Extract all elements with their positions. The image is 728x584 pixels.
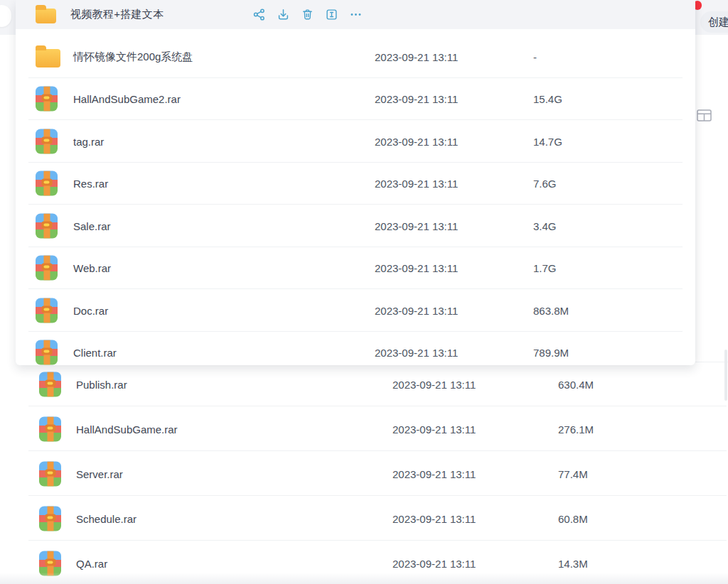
file-row[interactable]: Doc.rar2023-09-21 13:11863.8M <box>16 289 695 332</box>
rar-buckle-slot <box>44 97 50 99</box>
file-row[interactable]: HallAndSubGame.rar2023-09-21 13:11276.1M <box>0 406 728 451</box>
rar-buckle <box>45 379 55 386</box>
rename-icon[interactable] <box>325 8 338 21</box>
download-icon[interactable] <box>277 8 290 21</box>
file-size: 630.4M <box>558 378 594 390</box>
rar-buckle <box>45 558 55 566</box>
file-date: 2023-09-21 13:11 <box>375 220 458 232</box>
rar-buckle <box>41 348 52 355</box>
file-name: Server.rar <box>76 467 123 480</box>
create-button[interactable]: 创建 <box>700 11 728 33</box>
file-date: 2023-09-21 13:11 <box>392 557 476 569</box>
selected-folder-panel: 视频教程+搭建文本 <box>16 0 695 365</box>
folder-icon <box>36 46 60 67</box>
file-date: 2023-09-21 13:11 <box>375 347 458 359</box>
rar-icon-shape <box>36 256 58 281</box>
rar-archive-icon <box>36 256 58 281</box>
file-row[interactable]: Publish.rar2023-09-21 13:11630.4M <box>0 362 728 406</box>
rar-buckle-slot <box>44 181 50 184</box>
share-icon[interactable] <box>252 8 266 21</box>
file-row[interactable]: Client.rar2023-09-21 13:11789.9M <box>16 332 695 366</box>
rar-archive-icon <box>36 213 58 238</box>
file-row[interactable]: HallAndSubGame2.rar2023-09-21 13:1115.4G <box>16 78 695 121</box>
file-row[interactable]: Sale.rar2023-09-21 13:113.4G <box>16 205 695 247</box>
file-name: HallAndSubGame2.rar <box>73 93 181 105</box>
file-date: 2023-09-21 13:11 <box>375 262 458 274</box>
file-row[interactable]: Server.rar2023-09-21 13:1177.4M <box>0 451 728 496</box>
grid-view-icon[interactable] <box>697 109 714 124</box>
file-date: 2023-09-21 13:11 <box>375 304 458 316</box>
folder-icon <box>36 9 56 23</box>
rar-icon-shape <box>36 298 58 323</box>
panel-header: 视频教程+搭建文本 <box>16 0 695 29</box>
rar-archive-icon <box>36 129 58 153</box>
rar-archive-icon <box>39 506 61 531</box>
rar-buckle <box>45 424 55 431</box>
file-size: 789.9M <box>533 347 569 359</box>
file-row[interactable]: Schedule.rar2023-09-21 13:1160.8M <box>0 496 728 541</box>
panel-title: 视频教程+搭建文本 <box>70 8 164 21</box>
folder-icon-shape <box>36 49 60 67</box>
file-size: 1.7G <box>533 262 557 274</box>
rar-buckle <box>41 221 52 228</box>
file-name: Client.rar <box>73 347 117 359</box>
rar-icon-shape <box>36 340 58 365</box>
rar-buckle <box>41 179 52 186</box>
bottom-edge-fade <box>0 573 728 584</box>
file-size: 60.8M <box>558 512 588 524</box>
file-row[interactable]: Res.rar2023-09-21 13:117.6G <box>16 163 695 205</box>
delete-icon[interactable] <box>301 8 314 21</box>
rar-archive-icon <box>39 461 61 486</box>
rar-buckle-slot <box>48 561 53 563</box>
rar-buckle <box>41 136 52 144</box>
file-manager-screen: 创建 Publish.rar2023-09-21 13:11630.4MHall… <box>0 0 728 584</box>
rar-buckle <box>41 264 52 271</box>
rar-buckle-slot <box>48 382 53 384</box>
file-name: QA.rar <box>76 557 107 569</box>
file-date: 2023-09-21 13:11 <box>392 378 476 390</box>
rar-archive-icon <box>36 298 58 323</box>
rar-icon-shape <box>39 416 61 441</box>
rar-archive-icon <box>39 551 61 575</box>
rar-archive-icon <box>39 416 61 441</box>
scrollbar-thumb[interactable] <box>724 350 727 401</box>
file-size: 14.3M <box>558 557 588 569</box>
panel-file-list: 情怀镜像文件200g系统盘2023-09-21 13:11-HallAndSub… <box>16 36 695 365</box>
file-date: 2023-09-21 13:11 <box>375 178 458 190</box>
rar-buckle-slot <box>44 266 50 269</box>
file-size: 3.4G <box>533 220 557 232</box>
rar-buckle-slot <box>48 426 53 429</box>
rar-buckle-slot <box>48 471 53 474</box>
more-icon[interactable] <box>349 8 363 21</box>
file-row[interactable]: Web.rar2023-09-21 13:111.7G <box>16 247 695 290</box>
file-date: 2023-09-21 13:11 <box>392 423 476 435</box>
rar-buckle <box>41 94 52 102</box>
rar-buckle-slot <box>44 223 50 226</box>
file-size: - <box>533 50 537 63</box>
rar-icon-shape <box>36 129 58 153</box>
rar-icon-shape <box>39 372 61 396</box>
file-size: 7.6G <box>533 178 557 190</box>
file-name: tag.rar <box>73 135 104 147</box>
rar-icon-shape <box>36 87 58 112</box>
file-name: 情怀镜像文件200g系统盘 <box>73 50 193 63</box>
file-name: Schedule.rar <box>76 512 136 524</box>
file-row[interactable]: 情怀镜像文件200g系统盘2023-09-21 13:11- <box>16 36 695 78</box>
rar-archive-icon <box>36 171 58 196</box>
rar-icon-shape <box>39 461 61 486</box>
file-name: Doc.rar <box>73 304 108 316</box>
rar-buckle-slot <box>44 308 50 310</box>
rar-icon-shape <box>39 551 61 575</box>
file-row[interactable]: tag.rar2023-09-21 13:1114.7G <box>16 120 695 163</box>
file-date: 2023-09-21 13:11 <box>375 135 458 147</box>
selection-toolbar <box>252 0 363 29</box>
file-date: 2023-09-21 13:11 <box>392 512 476 524</box>
rar-buckle <box>45 514 55 521</box>
rar-archive-icon <box>36 87 58 112</box>
file-size: 14.7G <box>533 135 562 147</box>
file-name: Res.rar <box>73 178 108 190</box>
rar-buckle-slot <box>44 350 50 353</box>
file-name: Publish.rar <box>76 378 127 390</box>
file-date: 2023-09-21 13:11 <box>375 50 458 63</box>
file-size: 77.4M <box>558 467 588 480</box>
